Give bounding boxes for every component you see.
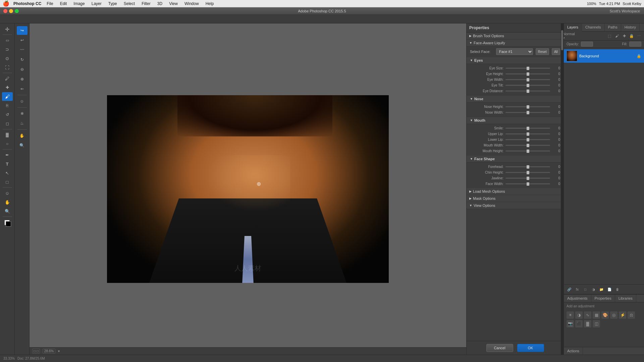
eye-distance-track[interactable] bbox=[505, 90, 550, 92]
smile-thumb[interactable] bbox=[527, 127, 529, 130]
minimize-button[interactable] bbox=[9, 9, 13, 13]
more-options-icon[interactable]: ⋯ bbox=[636, 33, 642, 39]
tab-actions[interactable]: Actions bbox=[564, 347, 583, 355]
menu-help[interactable]: Help bbox=[204, 1, 215, 7]
face-width-thumb[interactable] bbox=[527, 182, 529, 186]
menu-image[interactable]: Image bbox=[72, 1, 86, 7]
color-swatches[interactable] bbox=[3, 219, 12, 227]
link-layers-icon[interactable]: 🔗 bbox=[566, 286, 573, 293]
nose-height-thumb[interactable] bbox=[527, 105, 529, 109]
new-layer-icon[interactable]: 📄 bbox=[606, 286, 613, 293]
ok-button[interactable]: OK bbox=[517, 344, 544, 352]
liquify-twirl-cw-tool[interactable]: ↻ bbox=[17, 55, 28, 64]
menu-type[interactable]: Type bbox=[107, 1, 118, 7]
menu-window[interactable]: Window bbox=[183, 1, 200, 7]
face-shape-section-header[interactable]: ▼ Face Shape bbox=[467, 155, 564, 163]
tool-history-brush[interactable]: ↺ bbox=[2, 110, 13, 119]
gradient-map-adj-icon[interactable]: ▓ bbox=[584, 320, 591, 327]
forehead-track[interactable] bbox=[505, 166, 550, 167]
properties-scroll-area[interactable]: ▶ Brush Tool Options ▼ Face-Aware Liquif… bbox=[467, 33, 564, 341]
tool-quick-select[interactable]: ⊙ bbox=[2, 54, 13, 63]
tab-history[interactable]: History bbox=[621, 23, 640, 31]
add-mask-icon[interactable]: □ bbox=[582, 286, 589, 293]
eye-height-thumb[interactable] bbox=[527, 72, 529, 76]
zoom-dropdown-arrow[interactable]: ▾ bbox=[58, 349, 60, 353]
apple-menu[interactable]: 🍎 bbox=[3, 0, 9, 7]
tab-properties-bottom[interactable]: Properties bbox=[591, 295, 615, 302]
smile-track[interactable] bbox=[505, 128, 550, 129]
tool-crop[interactable]: ⛶ bbox=[2, 63, 13, 72]
mouth-width-thumb[interactable] bbox=[527, 144, 529, 147]
eye-height-track[interactable] bbox=[505, 73, 550, 74]
group-layers-icon[interactable]: 📁 bbox=[598, 286, 605, 293]
chin-height-track[interactable] bbox=[505, 172, 550, 173]
menu-filter[interactable]: Filter bbox=[140, 1, 152, 7]
lower-lip-thumb[interactable] bbox=[527, 138, 529, 141]
upper-lip-thumb[interactable] bbox=[527, 132, 529, 136]
tool-spot-heal[interactable]: ✚ bbox=[2, 83, 13, 92]
lock-image-icon[interactable]: 🖌 bbox=[614, 33, 620, 39]
normal-blend-mode[interactable]: Normal ▾ bbox=[566, 33, 572, 39]
mouth-width-track[interactable] bbox=[505, 145, 550, 146]
tool-pen[interactable]: ✒ bbox=[2, 150, 13, 159]
invert-adj-icon[interactable]: ⬛ bbox=[575, 320, 583, 327]
lock-position-icon[interactable]: ✚ bbox=[621, 33, 627, 39]
zoom-percent-canvas[interactable]: 28.6% bbox=[43, 349, 55, 354]
menu-file[interactable]: File bbox=[45, 1, 54, 7]
tool-type[interactable]: T bbox=[2, 160, 13, 168]
maximize-button[interactable] bbox=[15, 9, 19, 13]
eye-width-thumb[interactable] bbox=[527, 78, 529, 81]
menu-3d[interactable]: 3D bbox=[156, 1, 164, 7]
workspace-name[interactable]: Scott's Workspace bbox=[609, 9, 640, 13]
tool-shape[interactable]: □ bbox=[2, 178, 13, 186]
color-balance-adj-icon[interactable]: ⚖ bbox=[628, 311, 635, 319]
select-face-dropdown[interactable]: Face #1 bbox=[496, 48, 533, 55]
photo-filter-adj-icon[interactable]: 📷 bbox=[567, 320, 574, 327]
adjustment-layer-icon[interactable]: ◑ bbox=[590, 286, 597, 293]
nose-width-thumb[interactable] bbox=[527, 111, 529, 114]
tool-select-rect[interactable]: ▭ bbox=[2, 36, 13, 45]
tab-channels[interactable]: Channels bbox=[582, 23, 604, 31]
scroll-indicator[interactable] bbox=[561, 23, 564, 355]
liquify-push-left-tool[interactable]: ⇐ bbox=[17, 84, 28, 93]
tool-zoom[interactable]: 🔍 bbox=[2, 207, 13, 216]
tool-clone[interactable]: ⎘ bbox=[2, 101, 13, 110]
tab-paths[interactable]: Paths bbox=[605, 23, 621, 31]
eye-size-thumb[interactable] bbox=[527, 67, 529, 70]
liquify-smooth-tool[interactable]: 〰 bbox=[17, 46, 28, 54]
brush-tool-options-header[interactable]: ▶ Brush Tool Options bbox=[467, 33, 564, 40]
load-mesh-options-header[interactable]: ▶ Load Mesh Options bbox=[467, 188, 564, 195]
portrait-image[interactable]: 人人素材 bbox=[107, 95, 389, 283]
layer-background[interactable]: Background 🔒 bbox=[564, 49, 644, 63]
tab-layers[interactable]: Layers bbox=[564, 23, 582, 32]
jawline-thumb[interactable] bbox=[527, 177, 529, 180]
view-options-header[interactable]: ▼ View Options bbox=[467, 202, 564, 209]
tab-adjustments[interactable]: Adjustments bbox=[564, 295, 591, 302]
levels-adj-icon[interactable]: ▦ bbox=[593, 311, 600, 319]
liquify-zoom-tool[interactable]: 🔍 bbox=[17, 141, 28, 150]
menu-layer[interactable]: Layer bbox=[90, 1, 103, 7]
jawline-track[interactable] bbox=[505, 178, 550, 179]
menu-view[interactable]: View bbox=[168, 1, 179, 7]
mouth-height-track[interactable] bbox=[505, 150, 550, 152]
liquify-warp-tool[interactable]: ↪ bbox=[17, 26, 28, 35]
curves-adj-icon[interactable]: ∿ bbox=[584, 311, 591, 319]
zoom-buttons[interactable]: □ □ bbox=[32, 349, 40, 354]
face-width-track[interactable] bbox=[505, 183, 550, 184]
eyes-section-header[interactable]: ▼ Eyes bbox=[467, 57, 564, 64]
tool-eyedropper[interactable]: 🖊 bbox=[2, 74, 13, 83]
reset-button[interactable]: Reset bbox=[536, 48, 549, 55]
tool-gradient[interactable]: ▓ bbox=[2, 130, 13, 139]
nose-section-header[interactable]: ▼ Nose bbox=[467, 95, 564, 103]
fill-input[interactable]: 100% bbox=[629, 42, 641, 47]
cancel-button[interactable]: Cancel bbox=[486, 344, 513, 352]
tool-dodge[interactable]: ○ bbox=[2, 139, 13, 148]
tool-lasso[interactable]: ⊃ bbox=[2, 45, 13, 54]
liquify-hand-tool[interactable]: ✋ bbox=[17, 131, 28, 140]
forehead-thumb[interactable] bbox=[527, 165, 529, 169]
eye-tilt-thumb[interactable] bbox=[527, 84, 529, 87]
liquify-cursor[interactable] bbox=[257, 181, 262, 186]
menu-select[interactable]: Select bbox=[122, 1, 136, 7]
brightness-adj-icon[interactable]: ☀ bbox=[567, 311, 574, 319]
eye-tilt-track[interactable] bbox=[505, 85, 550, 86]
